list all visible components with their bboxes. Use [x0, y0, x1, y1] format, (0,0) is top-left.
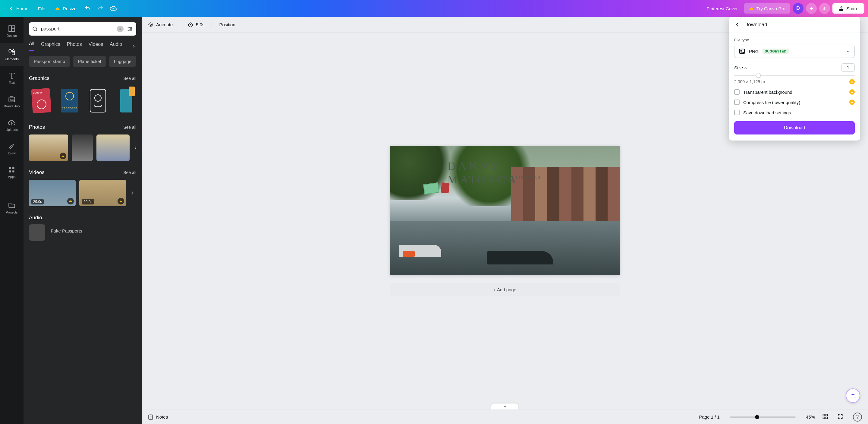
graphic-thumb[interactable]	[86, 86, 110, 116]
filter-icon[interactable]	[127, 26, 133, 32]
search-icon	[32, 26, 38, 32]
rail-text[interactable]: Text	[0, 66, 24, 90]
bottom-bar: Notes Page 1 / 1 45% ?	[142, 410, 868, 424]
map-sticker[interactable]	[423, 182, 439, 195]
home-button[interactable]: Home	[4, 3, 33, 13]
document-title[interactable]: Pinterest Cover	[707, 6, 738, 11]
chevron-left-icon[interactable]	[734, 22, 740, 28]
svg-point-9	[9, 50, 11, 52]
zoom-slider[interactable]	[730, 417, 796, 418]
share-button[interactable]: Share	[832, 3, 864, 13]
audio-thumb[interactable]	[29, 224, 45, 241]
resize-button[interactable]: Resize	[50, 3, 82, 13]
page-tray-toggle[interactable]	[491, 403, 518, 410]
fullscreen-button[interactable]	[835, 414, 845, 421]
tab-photos[interactable]: Photos	[67, 41, 82, 51]
svg-rect-10	[12, 52, 15, 55]
checkbox[interactable]	[734, 110, 740, 115]
animate-button[interactable]: Animate	[148, 22, 173, 28]
help-button[interactable]: ?	[853, 413, 862, 422]
grid-view-button[interactable]	[820, 414, 830, 421]
undo-button[interactable]	[82, 3, 94, 14]
file-type-value: PNG	[749, 49, 759, 54]
rail-projects[interactable]: Projects	[0, 196, 24, 219]
notes-icon	[148, 414, 154, 420]
save-settings-option[interactable]: Save download settings	[734, 110, 855, 115]
graphic-thumb[interactable]	[114, 86, 136, 116]
tab-audio[interactable]: Audio	[110, 41, 122, 51]
file-type-select[interactable]: PNG SUGGESTED	[734, 44, 855, 58]
audio-track-name[interactable]: Fake Passports	[51, 228, 82, 234]
videos-see-all[interactable]: See all	[123, 170, 136, 175]
checkbox[interactable]	[734, 89, 740, 95]
compress-option[interactable]: Compress file (lower quality)	[734, 99, 855, 105]
add-collaborator-button[interactable]	[806, 3, 817, 14]
chip-passport-stamp[interactable]: Passport stamp	[29, 56, 70, 67]
clear-search-button[interactable]: ✕	[117, 26, 124, 32]
cloud-sync-button[interactable]	[107, 2, 120, 14]
plus-icon	[809, 6, 814, 11]
download-button[interactable]: Download	[734, 121, 855, 134]
redo-icon	[97, 5, 104, 12]
size-input[interactable]	[841, 63, 855, 72]
search-field[interactable]: ✕	[29, 22, 136, 36]
rail-draw[interactable]: Draw	[0, 137, 24, 160]
top-header: Home File Resize Pinterest Cover Try Can…	[0, 0, 868, 17]
notes-label: Notes	[156, 414, 168, 420]
passport-sticker[interactable]	[441, 182, 450, 193]
rail-elements[interactable]: Elements	[0, 43, 24, 66]
chip-plane-ticket[interactable]: Plane ticket	[73, 56, 106, 67]
user-avatar[interactable]: D	[793, 3, 804, 14]
graphics-see-all[interactable]: See all	[123, 76, 136, 81]
checkbox[interactable]	[734, 99, 740, 105]
redo-button[interactable]	[94, 3, 107, 14]
notes-button[interactable]: Notes	[148, 414, 168, 420]
rail-brand-hub[interactable]: CO. Brand Hub	[0, 90, 24, 113]
search-input[interactable]	[41, 26, 114, 32]
crown-icon	[119, 199, 123, 203]
graphic-thumb[interactable]	[29, 86, 54, 116]
photo-thumb[interactable]	[29, 134, 68, 161]
insights-button[interactable]	[819, 3, 830, 14]
magic-assist-button[interactable]	[846, 388, 860, 403]
photos-title: Photos	[29, 124, 45, 130]
rail-uploads[interactable]: Uploads	[0, 113, 24, 137]
cloud-upload-icon	[8, 119, 16, 127]
graphic-thumb[interactable]: PASSPORT	[57, 86, 82, 116]
svg-rect-41	[823, 414, 825, 416]
animate-label: Animate	[156, 22, 173, 27]
tab-videos[interactable]: Videos	[89, 41, 103, 51]
photos-see-all[interactable]: See all	[123, 125, 136, 130]
crown-icon	[61, 154, 65, 158]
chevron-right-icon[interactable]	[130, 190, 134, 195]
transparent-bg-option[interactable]: Transparent background	[734, 89, 855, 95]
page-title-text[interactable]: DANNY MAIORCA	[447, 159, 562, 186]
design-page[interactable]: DANNY MAIORCA TRAVEL AND EXPAT LIFESTYLE	[390, 146, 620, 275]
page-subtitle-text[interactable]: TRAVEL AND EXPAT LIFESTYLE	[468, 176, 541, 179]
text-icon	[8, 72, 16, 80]
size-slider[interactable]	[734, 75, 855, 76]
chevron-right-icon[interactable]	[131, 44, 136, 49]
svg-rect-44	[826, 417, 828, 419]
chip-luggage[interactable]: Luggage	[109, 56, 136, 67]
timing-button[interactable]: 5.0s	[187, 22, 204, 28]
chevron-right-icon[interactable]	[133, 145, 136, 150]
photo-thumb[interactable]	[72, 134, 93, 161]
svg-rect-42	[826, 414, 828, 416]
tab-graphics[interactable]: Graphics	[41, 41, 60, 51]
photo-thumb[interactable]	[96, 134, 130, 161]
video-thumb[interactable]: 29.0s	[29, 180, 76, 206]
video-thumb[interactable]: 20.0s	[79, 180, 126, 206]
add-page-button[interactable]: + Add page	[390, 283, 620, 296]
photos-header: Photos See all	[29, 124, 136, 130]
file-menu[interactable]: File	[33, 4, 50, 13]
position-button[interactable]: Position	[219, 22, 235, 27]
rail-design[interactable]: Design	[0, 19, 24, 43]
tab-all[interactable]: All	[29, 41, 34, 51]
rail-apps[interactable]: Apps	[0, 160, 24, 184]
svg-rect-6	[9, 26, 11, 32]
page-indicator[interactable]: Page 1 / 1	[699, 414, 720, 420]
try-pro-button[interactable]: Try Canva Pro	[744, 3, 790, 13]
svg-point-36	[741, 50, 742, 51]
zoom-value[interactable]: 45%	[806, 414, 815, 420]
